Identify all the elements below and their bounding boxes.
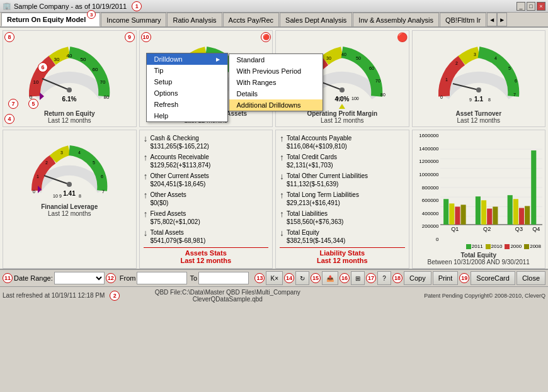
liab-te-label: Total Equity — [287, 228, 345, 237]
asset-item-ar: ↑ Accounts Receivable $129,562(+$113,874… — [144, 153, 269, 169]
refresh-button[interactable]: ↻ — [295, 271, 309, 285]
submenu-standard[interactable]: Standard — [229, 54, 323, 65]
file-path: QBD File:C:\Data\Master QBD Files\Multi_… — [122, 289, 333, 303]
tab-income-label: Income Summary — [106, 16, 161, 24]
tab-next[interactable]: ► — [497, 13, 507, 26]
svg-text:Q2: Q2 — [483, 226, 491, 232]
menu-setup[interactable]: Setup — [147, 76, 227, 87]
menu-refresh[interactable]: Refresh — [147, 99, 227, 110]
assets-stats-panel: ↓ Cash & Checking $131,265($-165,212) ↑ … — [139, 130, 273, 269]
badge-16: 16 — [340, 273, 350, 283]
asset-cash-label: Cash & Checking — [151, 134, 209, 142]
copy-label: Copy — [409, 274, 426, 282]
close-window-button[interactable]: × — [537, 2, 545, 11]
toolbar-buttons-row: 11 Date Range: 12 From To 13 K× 14 ↻ 15 … — [0, 270, 548, 287]
from-label: From — [120, 274, 136, 282]
chart-subtitle: Between 10/31/2008 AND 9/30/2011 — [415, 259, 543, 266]
gauge-panel-roe[interactable]: 9 8 0 10 20 30 40 50 60 70 80 — [3, 30, 137, 127]
content-area: 9 8 0 10 20 30 40 50 60 70 80 — [0, 28, 548, 269]
from-date-input[interactable] — [137, 272, 187, 284]
badge-1: 1 — [132, 1, 142, 11]
badge-10: 10 — [141, 32, 151, 42]
legend-2008: 2008 — [524, 244, 541, 249]
svg-text:70: 70 — [375, 79, 380, 83]
svg-point-36 — [340, 87, 345, 92]
tab-inv[interactable]: Inv & Assembly Analysis — [353, 13, 439, 26]
svg-text:60: 60 — [93, 67, 98, 72]
close-label: Close — [522, 274, 540, 282]
bottom-toolbar: 11 Date Range: 12 From To 13 K× 14 ↻ 15 … — [0, 269, 548, 304]
submenu-with-ranges[interactable]: With Ranges — [229, 77, 323, 88]
export-button[interactable]: 📤 — [322, 271, 338, 285]
y-label-1600k: 1600000 — [415, 133, 439, 138]
svg-text:1.41: 1.41 — [64, 190, 76, 197]
close-button[interactable]: Close — [517, 271, 545, 285]
svg-rect-84 — [493, 206, 498, 224]
kx-button[interactable]: K× — [266, 271, 283, 285]
legend-2008-box — [524, 244, 529, 249]
svg-text:2: 2 — [455, 61, 458, 65]
tab-roe-label: Return On Equity Model — [7, 16, 86, 23]
svg-text:8: 8 — [488, 98, 491, 102]
tab-qb[interactable]: QB!FltItm Ir — [440, 13, 486, 26]
badge-6: 6 — [38, 62, 48, 72]
svg-text:8: 8 — [79, 194, 81, 198]
badge-12: 12 — [106, 273, 116, 283]
submenu-details[interactable]: Details — [229, 88, 323, 99]
grid-button[interactable]: ⊞ — [351, 271, 365, 285]
svg-text:7: 7 — [102, 189, 105, 194]
asset-item-oca: ↑ Other Current Assets $204,451($-18,645… — [144, 172, 269, 188]
svg-text:0: 0 — [440, 95, 443, 99]
svg-text:Q3: Q3 — [515, 226, 522, 232]
tab-prev[interactable]: ◄ — [487, 13, 497, 26]
title-bar: 🏢 Sample Company - as of 10/19/2011 1 _ … — [0, 0, 548, 13]
submenu-prev-period[interactable]: With Previous Period — [229, 65, 323, 77]
liab-te-value: $382,519($-145,344) — [287, 237, 345, 245]
tab-acctspay-label: Accts Pay/Rec — [229, 16, 274, 24]
asset-item-cash: ↓ Cash & Checking $131,265($-165,212) — [144, 134, 269, 150]
y-label-400k: 400000 — [415, 211, 439, 216]
arrow-up-liab1: ↑ — [280, 134, 284, 143]
asset-fa-value: $75,802(+$1,002) — [151, 218, 200, 226]
svg-text:4: 4 — [78, 150, 81, 155]
svg-marker-38 — [339, 104, 345, 109]
scorecard-button[interactable]: ScoreCard — [471, 271, 515, 285]
tab-sales[interactable]: Sales Dept Analysis — [280, 13, 352, 26]
date-range-select[interactable] — [54, 272, 105, 284]
svg-rect-86 — [513, 199, 518, 225]
gauge-panel-at[interactable]: 0 1 2 3 4 5 6 7 8 9 1.1 Asset Turnover L… — [412, 30, 546, 127]
arrow-down-liab3: ↓ — [280, 172, 284, 181]
menu-options[interactable]: Options — [147, 87, 227, 99]
badge-18: 18 — [392, 273, 402, 283]
tab-income[interactable]: Income Summary — [101, 13, 166, 26]
window-controls[interactable]: _ □ × — [517, 2, 545, 11]
svg-text:100: 100 — [351, 96, 359, 101]
badge-2: 2 — [110, 291, 120, 301]
copy-button[interactable]: Copy — [404, 271, 431, 285]
tab-ratio[interactable]: Ratio Analysis — [167, 13, 222, 26]
maximize-button[interactable]: □ — [527, 2, 535, 11]
to-label: To — [190, 274, 197, 282]
legend-2011: 2011 — [466, 244, 483, 249]
menu-help[interactable]: Help — [147, 110, 227, 121]
tab-roe[interactable]: Return On Equity Model 3 — [1, 13, 100, 26]
menu-tip[interactable]: Tip — [147, 65, 227, 76]
asset-cash-value: $131,265($-165,212) — [151, 142, 209, 150]
legend-2010-box — [486, 244, 491, 249]
svg-rect-78 — [449, 203, 454, 225]
liability-stats-panel: ↑ Total Accounts Payable $116,084(+$109,… — [275, 130, 409, 269]
minimize-button[interactable]: _ — [517, 2, 525, 11]
print-button[interactable]: Print — [433, 271, 459, 285]
gauge-panel-fl[interactable]: 0 1 2 3 4 5 6 7 8 9 10 1.41 Financial Le… — [3, 130, 137, 269]
submenu-additional[interactable]: Additional Drilldowns — [229, 99, 323, 111]
asset-item-oa: ↑ Other Assets $0($0) — [144, 191, 269, 207]
svg-rect-89 — [531, 150, 536, 225]
tab-acctspay[interactable]: Accts Pay/Rec — [223, 13, 280, 26]
gauge-at-svg: 0 1 2 3 4 5 6 7 8 9 1.1 — [431, 33, 526, 109]
drilldown-submenu: Standard With Previous Period With Range… — [229, 53, 323, 111]
to-date-input[interactable] — [198, 272, 249, 284]
help-button[interactable]: ? — [377, 271, 391, 285]
menu-drilldown[interactable]: Drilldown▶ — [147, 53, 227, 65]
gauge-panel-roa[interactable]: 🔴 10 0 5 10 15 20 25 0 4.0% — [139, 30, 273, 127]
badge-3: 3 — [87, 10, 96, 19]
